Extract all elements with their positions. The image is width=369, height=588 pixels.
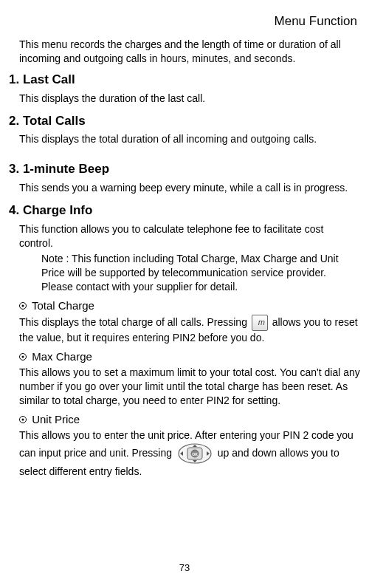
section-4-body: This function allows you to calculate te… (9, 222, 360, 250)
bullet-icon (19, 302, 27, 310)
svg-text:OK: OK (192, 452, 198, 457)
navigation-key-icon: OK (177, 442, 213, 465)
sub-max-charge-label: Max Charge (32, 350, 92, 363)
page-number: 73 (0, 561, 369, 575)
page-header-title: Menu Function (9, 13, 360, 30)
sub-total-charge-heading: Total Charge (9, 298, 360, 313)
section-2-heading: 2. Total Calls (9, 113, 360, 130)
sub-total-charge-text-1: This displays the total charge of all ca… (19, 316, 250, 328)
sub-unit-price-label: Unit Price (32, 413, 80, 425)
section-1-heading: 1. Last Call (9, 72, 360, 89)
section-2-body: This displays the total duration of all … (9, 132, 360, 146)
sub-max-charge-heading: Max Charge (9, 349, 360, 364)
bullet-icon (19, 416, 27, 423)
section-1-body: This displays the duration of the last c… (9, 92, 360, 106)
section-3-body: This sends you a warning beep every minu… (9, 181, 360, 195)
sub-total-charge-body: This displays the total charge of all ca… (9, 315, 360, 345)
sub-max-charge-body: This allows you to set a maximum limit t… (9, 366, 360, 408)
sub-unit-price-heading: Unit Price (9, 412, 360, 427)
sub-total-charge-label: Total Charge (32, 299, 94, 312)
sub-unit-price-body: This allows you to enter the unit price.… (9, 428, 360, 479)
menu-key-icon (252, 315, 268, 331)
section-4-heading: 4. Charge Info (9, 202, 360, 219)
intro-text: This menu records the charges and the le… (9, 38, 360, 66)
bullet-icon (19, 353, 27, 360)
section-4-note: Note : This function including Total Cha… (9, 252, 360, 294)
section-3-heading: 3. 1-minute Beep (9, 161, 360, 178)
